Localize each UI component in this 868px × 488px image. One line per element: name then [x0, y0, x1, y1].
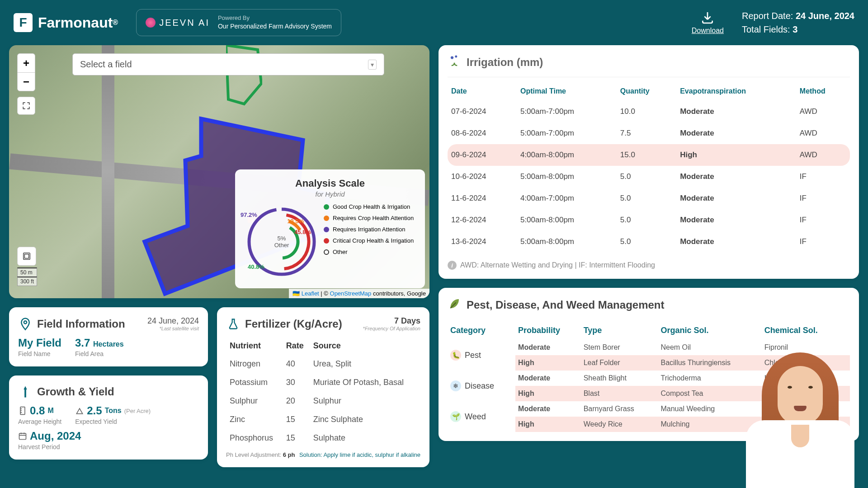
table-row: Potassium30Muriate Of Potash, Basal	[227, 374, 420, 391]
fertilizer-title: Fertilizer (Kg/Acre)	[245, 318, 342, 330]
field-area-unit: Hectares	[93, 340, 124, 348]
zoom-in-button[interactable]: +	[17, 53, 35, 72]
fullscreen-icon	[22, 102, 30, 110]
field-info-card: Field Information 24 June, 2024 *Last sa…	[9, 307, 208, 366]
download-button[interactable]: Download	[692, 10, 724, 35]
pest-category: ❄Disease	[450, 380, 513, 391]
yield-value: 2.5	[87, 404, 102, 417]
pest-col-cat: Category	[448, 321, 515, 340]
report-date: 24 June, 2024	[796, 11, 854, 21]
field-select-dropdown[interactable]: Select a field	[72, 53, 384, 75]
height-unit: M	[47, 407, 53, 415]
yield-unit: Tons	[105, 407, 122, 415]
svg-point-14	[455, 56, 457, 58]
svg-rect-12	[19, 433, 26, 439]
irr-col-time: Optimal Time	[517, 82, 617, 101]
legend-label: Good Crop Health & Irrigation	[333, 203, 410, 210]
table-row: 07-6-20245:00am-7:00pm10.0ModerateAWD	[448, 101, 850, 122]
fert-col-source: Source	[311, 338, 420, 354]
growth-yield-card: Growth & Yield 0.8 M Average Height	[9, 375, 208, 460]
leaflet-link[interactable]: Leaflet	[302, 290, 319, 297]
jeevn-badge: JEEVN AI Powered By Our Personalized Far…	[136, 9, 341, 36]
layers-button[interactable]	[17, 247, 36, 266]
fertilizer-period: 7 Days	[363, 316, 420, 326]
leaf-icon	[448, 297, 461, 313]
field-select-placeholder: Select a field	[80, 59, 132, 70]
table-row: Nitrogen40Urea, Split	[227, 355, 420, 373]
legend-label: Requires Crop Health Attention	[333, 215, 414, 221]
legend-item: Other	[324, 249, 417, 255]
analysis-subtitle: for Hybrid	[243, 190, 417, 198]
legend-dot	[324, 249, 329, 255]
table-row: 10-6-20245:00am-8:00pm5.0ModerateIF	[448, 166, 850, 188]
donut-label-purple: 97.2%	[241, 211, 257, 218]
growth-icon	[18, 385, 33, 399]
field-name-value: My Field	[18, 337, 61, 349]
legend-dot	[324, 227, 329, 232]
donut-center-label: Other	[274, 242, 289, 249]
irr-col-method: Method	[796, 82, 850, 101]
svg-point-13	[451, 56, 453, 59]
harvest-value: Aug, 2024	[30, 430, 81, 442]
field-info-title: Field Information	[37, 318, 125, 330]
svg-rect-1	[24, 254, 28, 258]
analysis-title: Analysis Scale	[243, 178, 417, 189]
table-row: 11-6-20244:00am-7:00pm5.0ModerateIF	[448, 188, 850, 209]
jeevn-desc: Our Personalized Farm Advisory System	[218, 22, 332, 31]
calendar-icon	[18, 432, 27, 441]
jeevn-powered: Powered By	[218, 14, 250, 21]
sol-label: Solution:	[299, 451, 322, 458]
irr-col-qty: Quantity	[617, 82, 676, 101]
fertilizer-table: Nutrient Rate Source Nitrogen40Urea, Spl…	[226, 337, 420, 448]
donut-label-orange: 10.5%	[287, 218, 304, 225]
layers-icon	[22, 251, 32, 261]
logo: F Farmonaut®	[14, 13, 118, 32]
jeevn-icon	[146, 18, 156, 28]
field-info-date-note: *Last satellite visit	[147, 326, 199, 331]
ruler-icon	[18, 406, 27, 415]
attr-rest: contributors, Google	[371, 290, 426, 297]
fertilizer-card: Fertilizer (Kg/Acre) 7 Days *Frequency O…	[217, 307, 429, 467]
scale-ft: 300 ft	[17, 277, 37, 286]
table-row: 09-6-20244:00am-8:00pm15.0HighAWD	[448, 144, 850, 166]
table-row: Sulphur20Sulphur	[227, 392, 420, 410]
irrigation-footer: AWD: Alternate Wetting and Drying | IF: …	[460, 261, 655, 269]
zoom-out-button[interactable]: −	[17, 72, 35, 91]
donut-label-red: 45.8%	[294, 229, 311, 235]
ph-label: Ph Level Adjustment:	[226, 451, 281, 458]
table-row: 13-6-20245:00am-8:00pm5.0ModerateIF	[448, 231, 850, 253]
field-name-label: Field Name	[18, 350, 61, 357]
fullscreen-button[interactable]	[17, 97, 35, 115]
donut-label-green: 40.8%	[248, 263, 264, 270]
report-date-label: Report Date:	[742, 11, 793, 21]
category-icon: 🐛	[450, 350, 461, 361]
table-row: 08-6-20245:00am-7:00pm7.5ModerateAWD	[448, 122, 850, 144]
legend-dot	[324, 204, 329, 210]
table-row: 12-6-20245:00am-8:00pm5.0ModerateIF	[448, 209, 850, 231]
jeevn-text: JEEVN AI	[159, 18, 210, 28]
info-icon: i	[448, 261, 457, 270]
report-info: Report Date: 24 June, 2024 Total Fields:…	[742, 9, 854, 36]
flask-icon	[226, 317, 241, 331]
analysis-legend: Good Crop Health & IrrigationRequires Cr…	[324, 203, 417, 280]
field-area-label: Field Area	[75, 350, 124, 357]
download-label: Download	[692, 27, 724, 34]
category-icon: ❄	[450, 380, 461, 391]
irrigation-card: Irrigation (mm) Date Optimal Time Quanti…	[439, 45, 859, 279]
field-info-date: 24 June, 2024	[147, 316, 199, 325]
yield-label: Expected Yield	[75, 418, 151, 425]
pest-col-prob: Probability	[515, 321, 581, 340]
irr-col-evap: Evapotranspiration	[676, 82, 796, 101]
table-row: Zinc15Zinc Sulphate	[227, 411, 420, 428]
legend-item: Critical Crop Health & Irrigation	[324, 237, 417, 244]
fert-col-rate: Rate	[283, 338, 310, 354]
yield-icon	[75, 406, 84, 415]
osm-link[interactable]: OpenStreetMap	[330, 290, 372, 297]
yield-per: (Per Acre)	[124, 408, 151, 414]
growth-title: Growth & Yield	[37, 385, 114, 398]
pest-title: Pest, Disease, And Weed Management	[467, 299, 664, 311]
pest-col-type: Type	[581, 321, 658, 340]
pest-category: 🌱Weed	[450, 411, 513, 422]
legend-item: Requires Crop Health Attention	[324, 215, 417, 221]
map-card[interactable]: + − Select a field	[9, 45, 429, 298]
